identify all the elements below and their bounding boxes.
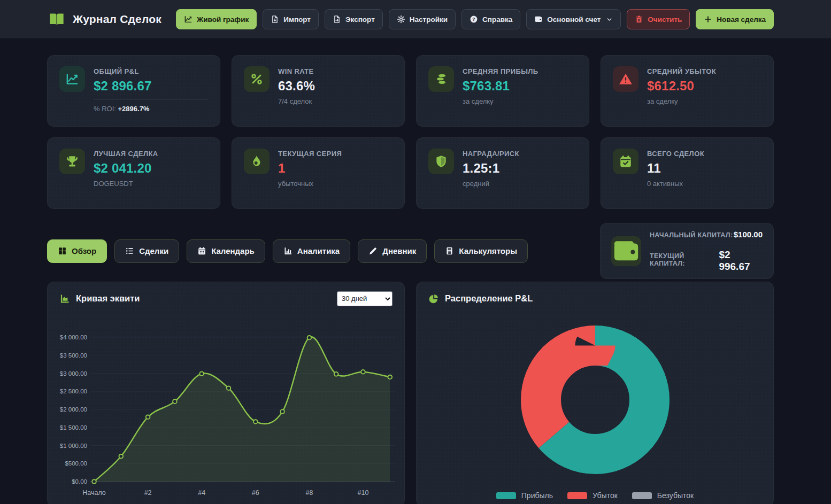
equity-data-point	[361, 370, 365, 374]
area-chart-icon	[59, 293, 70, 304]
legend-item[interactable]: Убыток	[567, 491, 618, 500]
shield-icon	[434, 154, 448, 168]
stat-subtext: 7/4 сделок	[278, 97, 393, 105]
tab-list[interactable]: Сделки	[114, 239, 179, 263]
button-label: Новая сделка	[717, 15, 766, 24]
stat-value: $612.50	[647, 79, 761, 94]
tab-grid[interactable]: Обзор	[47, 239, 107, 263]
button-label: Основной счет	[547, 15, 601, 24]
stat-label: ОБЩИЙ P&L	[94, 67, 208, 75]
stat-label: СРЕДНИЙ УБЫТОК	[647, 67, 761, 75]
initial-capital-row: НАЧАЛЬНЫЙ КАПИТАЛ: $100.00	[650, 230, 763, 239]
y-axis-tick-label: $4 000.00	[60, 334, 87, 340]
equity-data-point	[173, 399, 177, 404]
initial-capital-label: НАЧАЛЬНЫЙ КАПИТАЛ:	[650, 231, 733, 239]
list-icon	[125, 246, 134, 255]
header-button-file-import[interactable]: Импорт	[263, 9, 319, 29]
stat-icon-tile	[613, 66, 638, 92]
calculator-icon	[445, 246, 454, 255]
tab-label: Календарь	[211, 246, 255, 255]
wallet-icon	[611, 236, 641, 266]
stat-value: 1.25:1	[463, 161, 577, 176]
legend-swatch	[496, 492, 516, 499]
x-axis-tick-label: Начало	[82, 489, 106, 497]
distribution-card-title: Распределение P&L	[445, 293, 533, 304]
equity-data-point	[280, 409, 284, 414]
header-button-chart-line[interactable]: Живой график	[176, 9, 257, 29]
stat-label: НАГРАДА/РИСК	[463, 150, 577, 158]
chart-line-icon	[184, 15, 193, 24]
stat-subtext: DOGEUSDT	[94, 180, 208, 188]
legend-item[interactable]: Прибыль	[496, 491, 553, 500]
chevron-down-icon	[606, 16, 613, 23]
tab-label: Калькуляторы	[459, 246, 517, 255]
tab-calculator[interactable]: Калькуляторы	[434, 239, 528, 263]
y-axis-tick-label: $500.00	[65, 460, 87, 467]
button-label: Настройки	[410, 15, 448, 24]
tab-label: Аналитика	[297, 246, 340, 255]
stat-card: НАГРАДА/РИСК1.25:1средний	[416, 137, 589, 209]
equity-data-point	[307, 336, 312, 340]
file-export-icon	[333, 15, 341, 24]
stat-value: 1	[278, 161, 393, 176]
stat-value: 11	[647, 161, 761, 176]
legend-item[interactable]: Безубыток	[632, 491, 694, 500]
stat-icon-tile	[244, 149, 270, 174]
stat-value: $763.81	[463, 79, 577, 94]
tab-label: Сделки	[139, 246, 168, 255]
stat-label: ТЕКУЩАЯ СЕРИЯ	[278, 150, 393, 158]
equity-data-point	[227, 386, 231, 390]
equity-data-point	[92, 479, 96, 484]
chart-line-icon	[65, 72, 79, 86]
tab-pencil[interactable]: Дневник	[358, 239, 427, 263]
current-capital-label: ТЕКУЩИЙ КАПИТАЛ:	[650, 252, 719, 267]
equity-curve-card: Кривая эквити 30 дней $0.00$500.00$1 000…	[47, 282, 405, 504]
stat-icon-tile	[428, 66, 454, 92]
equity-data-point	[119, 454, 124, 459]
app-header: Журнал Сделок Живой графикИмпортЭкспортН…	[0, 0, 831, 39]
stats-grid: ОБЩИЙ P&L$2 896.67% ROI: +2896.7%WIN RAT…	[47, 55, 774, 209]
legend-swatch	[567, 492, 587, 499]
flame-icon	[250, 154, 264, 168]
header-button-trash[interactable]: Очистить	[627, 9, 690, 29]
percent-icon	[250, 72, 264, 86]
button-label: Очистить	[648, 15, 682, 24]
header-button-wallet[interactable]: Основной счет	[526, 9, 621, 29]
donut-chart-body: ПрибыльУбытокБезубыток	[417, 315, 773, 504]
capital-card: НАЧАЛЬНЫЙ КАПИТАЛ: $100.00 ТЕКУЩИЙ КАПИТ…	[600, 223, 774, 279]
question-icon: ?	[470, 15, 478, 24]
y-axis-tick-label: $3 500.00	[60, 352, 87, 359]
equity-data-point	[334, 372, 338, 376]
charts-row: Кривая эквити 30 дней $0.00$500.00$1 000…	[47, 282, 774, 504]
stat-value: 63.6%	[278, 79, 393, 94]
chart-legend: ПрибыльУбытокБезубыток	[417, 491, 773, 500]
header-button-question[interactable]: ?Справка	[461, 9, 520, 29]
legend-swatch	[632, 492, 652, 499]
stat-icon-tile	[59, 149, 85, 174]
period-select[interactable]: 30 дней	[337, 291, 393, 306]
x-axis-tick-label: #4	[198, 489, 205, 497]
pie-chart-icon	[428, 293, 439, 304]
y-axis-tick-label: $2 000.00	[60, 406, 87, 413]
header-button-file-export[interactable]: Экспорт	[325, 9, 383, 29]
tab-chart-bars[interactable]: Аналитика	[273, 239, 350, 263]
button-label: Живой график	[197, 15, 249, 24]
capital-rows: НАЧАЛЬНЫЙ КАПИТАЛ: $100.00 ТЕКУЩИЙ КАПИТ…	[650, 230, 763, 273]
header-button-gear[interactable]: Настройки	[389, 9, 456, 29]
coins-icon	[434, 72, 448, 86]
button-label: Справка	[482, 15, 512, 24]
header-button-plus[interactable]: Новая сделка	[696, 9, 774, 29]
tab-label: Дневник	[382, 246, 416, 255]
stat-card: ЛУЧШАЯ СДЕЛКА$2 041.20DOGEUSDT	[47, 137, 220, 209]
current-capital-value: $2 996.67	[719, 249, 763, 273]
stat-icon-tile	[613, 149, 638, 174]
stat-card: ВСЕГО СДЕЛОК110 активных	[601, 137, 774, 209]
legend-label: Убыток	[593, 491, 618, 500]
y-axis-tick-label: $2 500.00	[60, 388, 87, 394]
tab-calendar[interactable]: Календарь	[187, 239, 265, 263]
stat-card: СРЕДНИЙ УБЫТОК$612.50за сделку	[601, 55, 774, 127]
stat-value: $2 041.20	[94, 161, 208, 176]
trash-icon	[635, 15, 643, 24]
gear-icon	[397, 15, 405, 24]
stat-label: ВСЕГО СДЕЛОК	[647, 150, 761, 158]
